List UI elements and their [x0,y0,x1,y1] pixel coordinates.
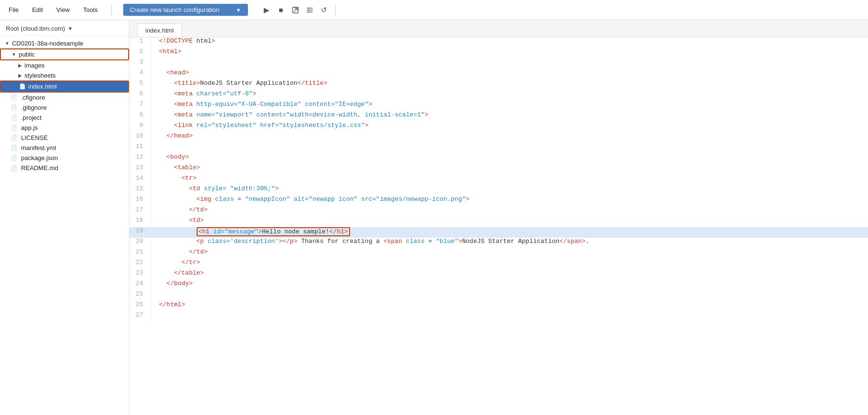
launch-config-chevron-icon: ▼ [236,7,241,13]
sidebar-item-label: public [19,51,35,58]
sidebar-item-label: README.md [21,164,58,172]
line-code: <head> [151,69,868,80]
sidebar-item-manifest[interactable]: 📄 manifest.yml [0,143,129,153]
menu-file[interactable]: File [7,5,21,14]
line-number: 15 [129,185,151,196]
line-number: 11 [129,143,151,153]
file-icon: 📄 [11,115,17,121]
file-icon: 📄 [19,83,26,90]
line-code: </table> [151,269,868,280]
line-code: <p class='description'></p> Thanks for c… [151,238,868,248]
file-icon: 📄 [11,165,17,171]
menu-edit[interactable]: Edit [30,5,45,14]
line-code: </body> [151,280,868,290]
line-number: 6 [129,90,151,101]
run-icon[interactable]: ▶ [261,5,272,15]
project-label: CD0201-38a-nodesample [12,40,83,47]
sidebar-item-images[interactable]: ▶ images [0,60,129,70]
line-code: <body> [151,153,868,164]
line-number: 16 [129,196,151,206]
sidebar-item-project-file[interactable]: 📄 .project [0,113,129,123]
menu-separator [111,5,112,15]
line-number: 12 [129,153,151,164]
line-code [151,58,868,69]
main-layout: Root (cloud.ibm.com) ▼ ▼ CD0201-38a-node… [0,20,868,415]
svg-point-6 [307,9,308,10]
line-code: </td> [151,248,868,259]
line-number: 18 [129,217,151,227]
file-icon: 📄 [11,104,17,111]
line-code [151,311,868,322]
line-code [151,143,868,153]
file-icon: 📄 [11,135,17,141]
sidebar-item-label: .cfignore [21,94,45,101]
menu-view[interactable]: View [54,5,71,14]
editor-tab-bar: index.html [129,20,868,37]
svg-point-7 [307,11,308,12]
sidebar-item-label: manifest.yml [21,144,56,151]
line-number: 24 [129,280,151,290]
sidebar-root-label: Root (cloud.ibm.com) [6,25,65,32]
list-icon[interactable] [305,5,315,15]
sidebar-root[interactable]: Root (cloud.ibm.com) ▼ [0,20,129,35]
sidebar-item-cfignore[interactable]: 📄 .cfignore [0,92,129,103]
sidebar-item-label: index.html [28,83,57,90]
line-code: <h1 id="message">Hello node sample!</h1> [151,227,868,238]
sidebar-item-public[interactable]: ▼ public [0,48,129,60]
launch-config-button[interactable]: Create new launch configuration ▼ [123,4,248,16]
export-icon[interactable] [290,5,301,15]
file-icon: 📄 [11,94,17,101]
line-code [151,290,868,301]
launch-config-label: Create new launch configuration [130,6,219,13]
file-icon: 📄 [11,145,17,151]
menu-tools[interactable]: Tools [81,5,99,14]
line-code: <title>NodeJS Starter Application</title… [151,80,868,90]
line-number: 14 [129,174,151,185]
undo-icon[interactable]: ↺ [319,5,329,15]
editor-content[interactable]: 1<!DOCTYPE html>2<html>34 <head>5 <title… [129,37,868,415]
sidebar-item-readme[interactable]: 📄 README.md [0,163,129,173]
sidebar-tree: ▼ CD0201-38a-nodesample ▼ public ▶ image… [0,35,129,176]
line-number: 1 [129,37,151,48]
line-code: <img class = "newappIcon" alt="newapp ic… [151,196,868,206]
line-number: 22 [129,259,151,269]
line-number: 4 [129,69,151,80]
sidebar-item-project[interactable]: ▼ CD0201-38a-nodesample [0,38,129,48]
line-number: 3 [129,58,151,69]
toolbar-icons: ▶ ■ ↺ [261,5,338,15]
line-code: <html> [151,48,868,58]
line-code: <meta charset="utf-8"> [151,90,868,101]
line-number: 9 [129,122,151,132]
line-number: 5 [129,80,151,90]
line-code: <td> [151,217,868,227]
line-number: 25 [129,290,151,301]
line-code: <tr> [151,174,868,185]
line-code: <link rel="stylesheet" href="stylesheets… [151,122,868,132]
line-number: 7 [129,101,151,111]
line-code: <td style= "width:30%;"> [151,185,868,196]
line-number: 10 [129,132,151,143]
sidebar-item-stylesheets[interactable]: ▶ stylesheets [0,70,129,81]
sidebar-item-label: images [24,62,45,69]
sidebar-item-label: app.js [21,124,38,131]
sidebar-item-gitignore[interactable]: 📄 .gitignore [0,103,129,113]
stop-icon[interactable]: ■ [276,5,286,15]
sidebar-item-packagejson[interactable]: 📄 package.json [0,153,129,163]
sidebar-item-label: package.json [21,154,58,161]
code-table: 1<!DOCTYPE html>2<html>34 <head>5 <title… [129,37,868,322]
sidebar-item-index-html[interactable]: 📄 index.html [0,81,129,92]
line-code: </tr> [151,259,868,269]
line-code: </head> [151,132,868,143]
sidebar-item-license[interactable]: 📄 LICENSE [0,133,129,143]
line-code: </html> [151,301,868,311]
sidebar-item-appjs[interactable]: 📄 app.js [0,123,129,133]
sidebar: Root (cloud.ibm.com) ▼ ▼ CD0201-38a-node… [0,20,129,415]
sidebar-item-label: LICENSE [21,134,48,141]
file-icon: 📄 [11,155,17,161]
line-number: 8 [129,111,151,122]
svg-point-5 [307,7,308,8]
line-code: <table> [151,164,868,174]
line-number: 20 [129,238,151,248]
line-number: 23 [129,269,151,280]
editor-tab-index-html[interactable]: index.html [137,23,182,37]
